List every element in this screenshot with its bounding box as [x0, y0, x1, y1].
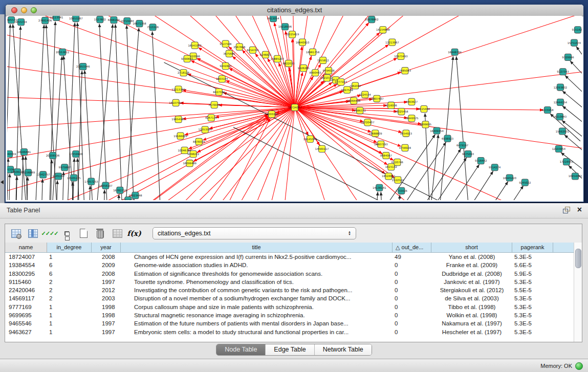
graph-node-label: 1527602 [94, 18, 106, 21]
graph-node-label: 17359928 [69, 152, 82, 156]
float-panel-icon[interactable] [563, 207, 570, 213]
graph-node-label: 17957253 [84, 180, 98, 183]
cell-out_de: 0 [393, 278, 431, 286]
scrollbar-thumb[interactable] [575, 249, 581, 268]
network-window[interactable]: citations_edges.txt 18724007165433622242… [5, 4, 584, 202]
cell-out_de: 0 [393, 294, 431, 302]
cell-year: 2008 [92, 270, 121, 278]
graph-node-label: 20876862 [365, 18, 378, 21]
table-row[interactable]: 911546021997Tourette syndrome. Phenomeno… [5, 278, 582, 286]
tab-edge-table[interactable]: Edge Table [265, 344, 314, 355]
unselect-all-icon[interactable] [61, 228, 72, 239]
graph-edge [187, 74, 295, 107]
cell-in_degree: 6 [47, 261, 92, 269]
graph-node-label: 10046788 [178, 149, 191, 152]
select-all-icon[interactable]: ✓✓✓✓ [44, 228, 55, 239]
graph-node-label: 17216553 [560, 160, 573, 163]
citation-graph[interactable]: 1872400716543362224200469390655912750836… [7, 16, 582, 200]
graph-node-label: 16648784 [448, 51, 462, 54]
table-row[interactable]: 977716911998Corpus callosum shape and si… [5, 303, 582, 311]
cell-title: Genome-wide association studies in ADHD. [121, 261, 393, 269]
column-visibility-icon[interactable] [27, 228, 38, 239]
network-window-titlebar[interactable]: citations_edges.txt [6, 5, 583, 16]
column-header-name[interactable]: name [5, 243, 47, 252]
graph-node-label: 9151623 [572, 28, 582, 31]
graph-node-label: 16720407 [361, 121, 374, 124]
graph-node-label: 8427552 [213, 91, 225, 94]
graph-node-label: 2567608 [233, 46, 245, 49]
column-header-in_degree[interactable]: in_degree [47, 243, 92, 252]
graph-edge [405, 182, 508, 200]
network-canvas[interactable]: 1872400716543362224200469390655912750836… [7, 16, 582, 200]
cell-short: Yano et al. (2008) [431, 253, 512, 261]
attribute-table: ✓✓✓✓ f(x) citations_edges.txt ▲▼ namein_… [5, 224, 582, 342]
graph-node-label: 9463627 [406, 100, 418, 103]
table-selector-dropdown[interactable]: citations_edges.txt ▲▼ [153, 227, 356, 239]
column-header-pagerank[interactable]: pagerank [512, 243, 553, 252]
graph-node-label: 9497568 [341, 89, 353, 92]
cell-pagerank: 5.3E-5 [512, 319, 553, 327]
table-vertical-scrollbar[interactable] [574, 243, 582, 342]
table-toolbar: ✓✓✓✓ f(x) citations_edges.txt ▲▼ [5, 224, 582, 243]
column-header-short[interactable]: short [431, 243, 512, 252]
graph-node-label: 8267130 [205, 116, 217, 119]
column-header-title[interactable]: title [121, 243, 393, 252]
column-header-year[interactable]: year [92, 243, 121, 252]
table-row[interactable]: 1456911722003Disruption of a novel membe… [5, 294, 582, 302]
graph-node-label: 1733426 [396, 189, 407, 192]
memory-ok-icon [575, 362, 583, 370]
new-table-icon[interactable] [78, 228, 89, 239]
graph-node-label: 12353594 [198, 128, 212, 131]
cell-year: 1997 [92, 319, 121, 327]
tab-network-table[interactable]: Network Table [314, 344, 372, 355]
graph-node-label: 9684067 [380, 154, 392, 157]
panel-collapse-arrow-icon[interactable] [1, 180, 4, 184]
graph-node-label: 16409354 [430, 129, 444, 132]
cell-name: 9463627 [5, 328, 47, 336]
cell-pagerank: 5.3E-5 [512, 278, 553, 286]
graph-node-label: 15885207 [271, 57, 284, 60]
cell-pagerank: 5.9E-5 [512, 270, 553, 278]
graph-node-label: 1145194 [53, 174, 65, 178]
graph-node-label: 9127508 [220, 42, 231, 46]
cell-out_de: 0 [393, 328, 431, 336]
graph-node-label: 16154808 [376, 28, 389, 31]
cell-year: 2009 [92, 261, 121, 269]
graph-node-label: 18166481 [17, 150, 31, 154]
graph-node-label: 10688809 [368, 132, 382, 135]
function-builder-icon[interactable]: f(x) [128, 228, 140, 239]
graph-node-label: 12923448 [128, 194, 142, 197]
close-panel-icon[interactable]: × [577, 206, 582, 213]
graph-edge [99, 24, 108, 200]
cell-title: Estimation of significance thresholds fo… [121, 270, 393, 278]
cell-pagerank: 5.5E-5 [512, 286, 553, 294]
table-row[interactable]: 946362711997Embryonic stem cells: a mode… [5, 328, 582, 336]
cell-short: Jankovic et al. (1997) [431, 278, 512, 286]
tab-node-table[interactable]: Node Table [216, 344, 265, 355]
table-row[interactable]: 1938455462009Genome-wide association stu… [5, 261, 582, 269]
graph-node-label: 9514274 [489, 166, 501, 169]
graph-node-label: 18524851 [382, 174, 395, 178]
graph-node-label: 13505135 [67, 177, 80, 180]
table-row[interactable]: 946554611997Estimation of the future num… [5, 319, 582, 327]
graph-node-label: 16958107 [99, 184, 112, 187]
cell-out_de: 0 [393, 270, 431, 278]
cell-pagerank: 5.6E-5 [512, 261, 553, 269]
table-row[interactable]: 2242004622012Investigating the contribut… [5, 286, 582, 294]
table-row[interactable]: 1830029562008Estimation of significance … [5, 270, 582, 278]
graph-edge [26, 156, 31, 200]
graph-node-label: 10025458 [395, 110, 408, 113]
graph-node-label: 18724007 [288, 106, 301, 109]
table-row[interactable]: 969969511998Structural magnetic resonanc… [5, 311, 582, 319]
graph-node-label: 9654923 [400, 132, 412, 135]
delete-table-icon[interactable] [95, 228, 106, 239]
graph-node-label: 9756928 [399, 146, 411, 149]
graph-node-label: 6216006 [385, 104, 397, 107]
graph-edge [86, 186, 90, 200]
graph-node-label: 10954022 [569, 174, 582, 178]
table-selector-value: citations_edges.txt [153, 230, 345, 237]
column-header-out_de[interactable]: △ out_de... [393, 243, 431, 252]
table-row[interactable]: 1872400712008Changes of HCN gene express… [5, 253, 582, 261]
table-settings-icon[interactable] [10, 228, 21, 239]
cell-year: 1997 [92, 328, 121, 336]
